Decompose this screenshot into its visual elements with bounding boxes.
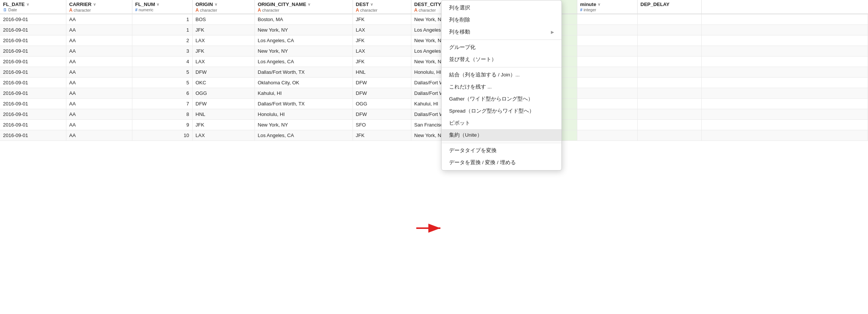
fl-date-type-icon: 🗓 — [3, 8, 7, 12]
fl-num-type-icon: # — [135, 8, 138, 12]
table-cell: AA — [66, 25, 132, 35]
context-menu-item[interactable]: 列を選択 — [442, 2, 561, 14]
context-menu-item-label: これだけを残す ... — [449, 84, 492, 90]
table-cell — [577, 35, 637, 46]
table-cell: New York, NY — [255, 120, 353, 130]
table-cell — [701, 35, 868, 46]
col-header-dep-delay[interactable]: DEP_DELAY — [637, 0, 701, 14]
context-menu-item[interactable]: Spread（ロング型からワイド型へ） — [442, 105, 561, 117]
context-menu-item-label: 並び替え（ソート） — [449, 56, 497, 63]
table-cell: BOS — [192, 14, 255, 25]
context-menu-item-label: Spread（ロング型からワイド型へ） — [449, 108, 534, 114]
table-row: 2016-09-01AA1JFKNew York, NYLAXLos Angel… — [0, 25, 868, 35]
col-header-fl-date[interactable]: FL_DATE ∨ 🗓 Date — [0, 0, 66, 14]
context-menu-item[interactable]: グループ化 — [442, 41, 561, 53]
table-cell: 3 — [132, 46, 192, 56]
table-row: 2016-09-01AA1BOSBoston, MAJFKNew York, N… — [0, 14, 868, 25]
col-header-minute[interactable]: minute ∨ # integer — [577, 0, 637, 14]
table-cell — [701, 78, 868, 88]
table-row: 2016-09-01AA9JFKNew York, NYSFOSan Franc… — [0, 120, 868, 130]
carrier-sort-icon[interactable]: ∨ — [93, 2, 96, 6]
col-header-origin-city[interactable]: ORIGIN_CITY_NAME ∨ A character — [255, 0, 353, 14]
table-cell: New York, NY — [255, 25, 353, 35]
col-header-dest[interactable]: DEST ∨ A character — [353, 0, 411, 14]
col-header-origin[interactable]: ORIGIN ∨ A character — [192, 0, 255, 14]
red-arrow-indicator — [415, 221, 445, 235]
table-cell: 5 — [132, 67, 192, 78]
table-cell: Oklahoma City, OK — [255, 78, 353, 88]
context-menu-item[interactable]: 列を移動▶ — [442, 26, 561, 38]
fl-date-type-label: Date — [8, 8, 17, 12]
table-row: 2016-09-01AA5DFWDallas/Fort Worth, TXHNL… — [0, 67, 868, 78]
origin-sort-icon[interactable]: ∨ — [215, 2, 217, 6]
table-cell: AA — [66, 67, 132, 78]
origin-city-label: ORIGIN_CITY_NAME — [258, 2, 307, 7]
origin-city-type-label: character — [262, 8, 279, 12]
table-cell: JFK — [353, 35, 411, 46]
table-cell: Dallas/Fort Worth, TX — [255, 67, 353, 78]
table-cell — [701, 120, 868, 130]
origin-type-label: character — [200, 8, 217, 12]
col-header-fl-num[interactable]: FL_NUM ∨ # numeric — [132, 0, 192, 14]
table-cell — [637, 14, 701, 25]
table-cell: Honolulu, HI — [255, 109, 353, 120]
table-cell — [637, 78, 701, 88]
col-header-carrier[interactable]: CARRIER ∨ A character — [66, 0, 132, 14]
table-cell: JFK — [192, 120, 255, 130]
dest-sort-icon[interactable]: ∨ — [370, 2, 373, 6]
table-cell — [701, 88, 868, 99]
table-cell: Kahului, HI — [255, 88, 353, 99]
context-menu-item[interactable]: データタイプを変換 — [442, 145, 561, 157]
context-menu-divider — [442, 40, 561, 40]
table-cell: OGG — [192, 88, 255, 99]
table-cell: 2016-09-01 — [0, 120, 66, 130]
context-menu-item[interactable]: Gather（ワイド型からロング型へ） — [442, 93, 561, 105]
table-cell — [701, 25, 868, 35]
table-cell — [637, 46, 701, 56]
dep-delay-label: DEP_DELAY — [641, 2, 670, 7]
table-body: 2016-09-01AA1BOSBoston, MAJFKNew York, N… — [0, 14, 868, 141]
context-menu-item[interactable]: 結合（列を追加する / Join）... — [442, 69, 561, 81]
table-cell: 2016-09-01 — [0, 99, 66, 109]
context-menu-item[interactable]: これだけを残す ... — [442, 81, 561, 93]
table-cell — [637, 35, 701, 46]
carrier-label: CARRIER — [69, 2, 92, 7]
context-menu-item[interactable]: 並び替え（ソート） — [442, 53, 561, 66]
data-table: FL_DATE ∨ 🗓 Date CARRIER ∨ A — [0, 0, 868, 141]
table-cell: 1 — [132, 14, 192, 25]
context-menu-item[interactable]: 列を削除 — [442, 14, 561, 26]
context-menu-item[interactable]: ピボット — [442, 117, 561, 129]
table-cell: AA — [66, 14, 132, 25]
table-cell — [637, 56, 701, 67]
table-cell: 8 — [132, 109, 192, 120]
table-cell: OKC — [192, 78, 255, 88]
fl-num-sort-icon[interactable]: ∨ — [156, 2, 159, 6]
table-cell: AA — [66, 78, 132, 88]
context-menu-item-label: 列を選択 — [449, 5, 470, 11]
origin-city-sort-icon[interactable]: ∨ — [308, 2, 310, 6]
context-menu-item[interactable]: 集約（Unite） — [442, 129, 561, 141]
minute-sort-icon[interactable]: ∨ — [598, 2, 600, 6]
table-cell: Los Angeles, CA — [255, 56, 353, 67]
table-cell: New York, NY — [255, 46, 353, 56]
table-cell — [701, 46, 868, 56]
table-cell: DFW — [192, 67, 255, 78]
table-cell: SFO — [353, 120, 411, 130]
context-menu-item[interactable]: データを置換 / 変換 / 埋める — [442, 157, 561, 169]
table-cell — [577, 67, 637, 78]
table-cell — [577, 120, 637, 130]
table-cell — [637, 130, 701, 141]
table-cell: DFW — [353, 109, 411, 120]
table-cell: JFK — [353, 56, 411, 67]
table-cell: 5 — [132, 78, 192, 88]
table-cell — [637, 88, 701, 99]
table-cell — [637, 25, 701, 35]
dest-type-label: character — [360, 8, 377, 12]
context-menu-item-label: データタイプを変換 — [449, 147, 497, 154]
table-cell: DFW — [353, 78, 411, 88]
table-cell: 4 — [132, 56, 192, 67]
fl-date-sort-icon[interactable]: ∨ — [26, 2, 29, 6]
minute-type-icon: # — [580, 8, 583, 12]
table-cell: LAX — [353, 25, 411, 35]
origin-type-icon: A — [196, 8, 199, 13]
